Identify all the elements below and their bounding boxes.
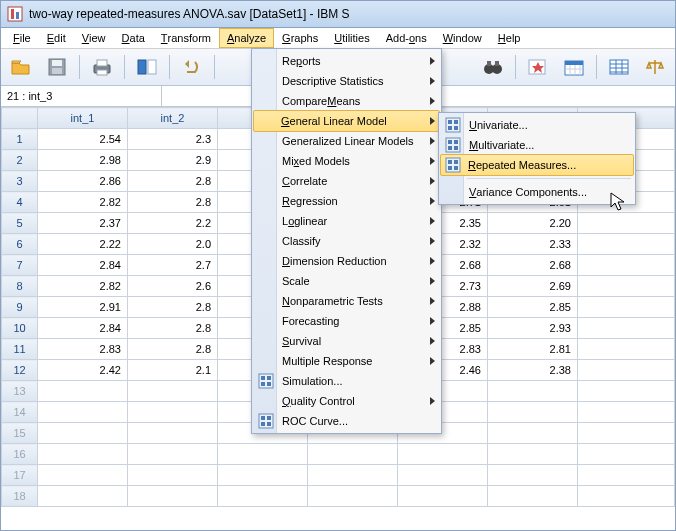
cell[interactable]: 2.69 bbox=[488, 276, 578, 297]
menu-item-classify[interactable]: Classify bbox=[254, 231, 439, 251]
cell[interactable] bbox=[308, 444, 398, 465]
cell[interactable]: 2.2 bbox=[128, 213, 218, 234]
scale-icon[interactable] bbox=[639, 52, 671, 82]
cell[interactable] bbox=[488, 423, 578, 444]
cell[interactable] bbox=[578, 339, 675, 360]
cell[interactable]: 2.86 bbox=[38, 171, 128, 192]
cell[interactable] bbox=[38, 486, 128, 507]
menu-view[interactable]: View bbox=[74, 28, 114, 48]
menu-item-survival[interactable]: Survival bbox=[254, 331, 439, 351]
save-button[interactable] bbox=[41, 52, 73, 82]
cell[interactable]: 2.68 bbox=[488, 255, 578, 276]
binoculars-icon[interactable] bbox=[477, 52, 509, 82]
row-header[interactable]: 8 bbox=[2, 276, 38, 297]
cell[interactable]: 2.37 bbox=[38, 213, 128, 234]
menu-item-multiple-response[interactable]: Multiple Response bbox=[254, 351, 439, 371]
menu-analyze[interactable]: Analyze bbox=[219, 28, 274, 48]
cell[interactable]: 2.8 bbox=[128, 297, 218, 318]
column-header[interactable]: int_2 bbox=[128, 108, 218, 129]
cell[interactable] bbox=[38, 465, 128, 486]
cell[interactable]: 2.91 bbox=[38, 297, 128, 318]
menu-item-univariate[interactable]: Univariate... bbox=[441, 115, 633, 135]
row-header[interactable]: 18 bbox=[2, 486, 38, 507]
menu-item-loglinear[interactable]: Loglinear bbox=[254, 211, 439, 231]
cell[interactable] bbox=[38, 402, 128, 423]
cell[interactable]: 2.20 bbox=[488, 213, 578, 234]
menu-graphs[interactable]: Graphs bbox=[274, 28, 326, 48]
menu-item-correlate[interactable]: Correlate bbox=[254, 171, 439, 191]
cell[interactable]: 2.93 bbox=[488, 318, 578, 339]
cell[interactable] bbox=[578, 276, 675, 297]
cell[interactable]: 2.3 bbox=[128, 129, 218, 150]
cell[interactable] bbox=[578, 465, 675, 486]
cell[interactable] bbox=[38, 381, 128, 402]
recall-dialog-button[interactable] bbox=[131, 52, 163, 82]
menu-item-descriptive-statistics[interactable]: Descriptive Statistics bbox=[254, 71, 439, 91]
cell[interactable] bbox=[578, 255, 675, 276]
calendar-icon[interactable] bbox=[558, 52, 590, 82]
column-header[interactable]: int_1 bbox=[38, 108, 128, 129]
row-header[interactable]: 5 bbox=[2, 213, 38, 234]
cell[interactable] bbox=[308, 465, 398, 486]
cell[interactable]: 2.38 bbox=[488, 360, 578, 381]
cell[interactable] bbox=[128, 402, 218, 423]
cell[interactable]: 2.82 bbox=[38, 276, 128, 297]
cell[interactable] bbox=[218, 444, 308, 465]
cell[interactable] bbox=[578, 234, 675, 255]
row-header[interactable]: 13 bbox=[2, 381, 38, 402]
cell[interactable] bbox=[38, 444, 128, 465]
cell[interactable] bbox=[488, 381, 578, 402]
row-header[interactable]: 10 bbox=[2, 318, 38, 339]
cell[interactable] bbox=[578, 318, 675, 339]
cell[interactable] bbox=[578, 213, 675, 234]
menu-data[interactable]: Data bbox=[114, 28, 153, 48]
menu-item-repeated-measures[interactable]: Repeated Measures... bbox=[440, 154, 634, 176]
cell[interactable]: 2.84 bbox=[38, 318, 128, 339]
cell[interactable]: 2.0 bbox=[128, 234, 218, 255]
cell[interactable]: 2.98 bbox=[38, 150, 128, 171]
row-header[interactable]: 4 bbox=[2, 192, 38, 213]
cell[interactable] bbox=[38, 423, 128, 444]
menu-item-scale[interactable]: Scale bbox=[254, 271, 439, 291]
cell[interactable] bbox=[578, 381, 675, 402]
open-button[interactable] bbox=[5, 52, 37, 82]
menu-item-variance-components[interactable]: Variance Components... bbox=[441, 182, 633, 202]
row-header[interactable]: 16 bbox=[2, 444, 38, 465]
menu-transform[interactable]: Transform bbox=[153, 28, 219, 48]
row-header[interactable]: 7 bbox=[2, 255, 38, 276]
print-button[interactable] bbox=[86, 52, 118, 82]
cell[interactable] bbox=[578, 444, 675, 465]
menu-item-compare-means[interactable]: Compare Means bbox=[254, 91, 439, 111]
cell[interactable] bbox=[578, 423, 675, 444]
cell[interactable] bbox=[398, 465, 488, 486]
row-header[interactable]: 3 bbox=[2, 171, 38, 192]
cell[interactable]: 2.81 bbox=[488, 339, 578, 360]
row-header[interactable]: 6 bbox=[2, 234, 38, 255]
row-header[interactable]: 14 bbox=[2, 402, 38, 423]
row-header[interactable]: 15 bbox=[2, 423, 38, 444]
cell[interactable]: 2.33 bbox=[488, 234, 578, 255]
cell[interactable] bbox=[488, 465, 578, 486]
menu-add-ons[interactable]: Add-ons bbox=[378, 28, 435, 48]
cell[interactable]: 2.9 bbox=[128, 150, 218, 171]
cell[interactable] bbox=[578, 402, 675, 423]
cell[interactable] bbox=[128, 444, 218, 465]
menu-item-multivariate[interactable]: Multivariate... bbox=[441, 135, 633, 155]
row-header[interactable]: 11 bbox=[2, 339, 38, 360]
row-header[interactable]: 9 bbox=[2, 297, 38, 318]
cell[interactable]: 2.54 bbox=[38, 129, 128, 150]
cell[interactable]: 2.82 bbox=[38, 192, 128, 213]
cell[interactable]: 2.8 bbox=[128, 339, 218, 360]
cell[interactable]: 2.8 bbox=[128, 192, 218, 213]
menu-utilities[interactable]: Utilities bbox=[326, 28, 377, 48]
cell[interactable]: 2.7 bbox=[128, 255, 218, 276]
grid-icon[interactable] bbox=[603, 52, 635, 82]
cell[interactable] bbox=[128, 465, 218, 486]
cell[interactable]: 2.85 bbox=[488, 297, 578, 318]
cell[interactable] bbox=[128, 486, 218, 507]
menu-item-mixed-models[interactable]: Mixed Models bbox=[254, 151, 439, 171]
chart-star-icon[interactable] bbox=[522, 52, 554, 82]
cell-reference-field[interactable]: 21 : int_3 bbox=[1, 86, 162, 106]
cell[interactable]: 2.84 bbox=[38, 255, 128, 276]
row-header[interactable]: 2 bbox=[2, 150, 38, 171]
